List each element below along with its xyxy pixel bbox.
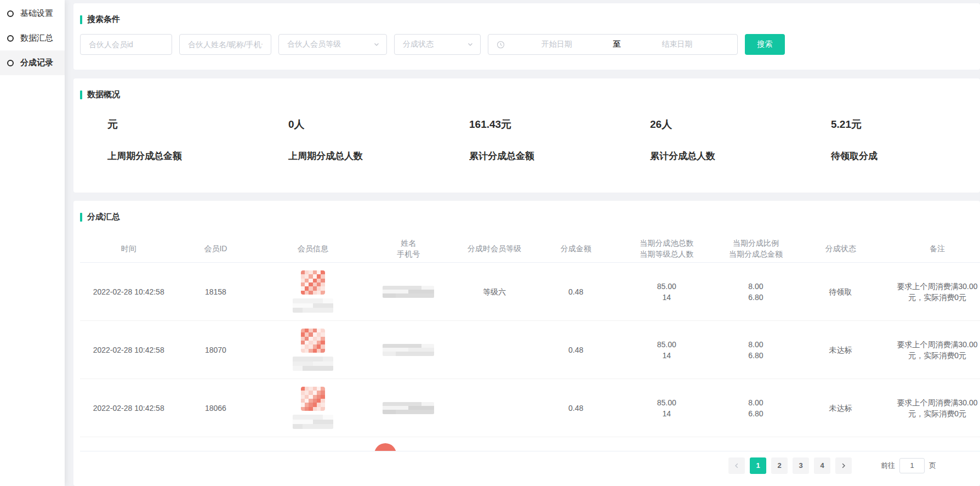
stat-pending-amount: 5.21元 待领取分成 bbox=[804, 117, 980, 162]
section-title-text: 分成汇总 bbox=[87, 212, 120, 222]
blurred-name bbox=[383, 402, 434, 414]
cell-member-id: 18066 bbox=[177, 403, 254, 414]
cell-amount: 0.48 bbox=[544, 344, 608, 355]
cell-ratio: 8.006.80 bbox=[725, 397, 787, 419]
search-filter-row: 合伙人会员等级 分成状态 开始日期 至 结束日期 搜索 bbox=[80, 34, 980, 55]
cell-member-id: 18158 bbox=[177, 286, 254, 297]
stat-value: 5.21元 bbox=[831, 117, 980, 132]
chevron-down-icon bbox=[373, 41, 380, 48]
pagination: 1 2 3 4 前往 页 bbox=[80, 451, 980, 479]
table-row-clipped bbox=[80, 437, 980, 451]
blurred-nickname bbox=[293, 298, 333, 313]
cell-time: 2022-02-28 10:42:58 bbox=[80, 403, 177, 414]
stat-label: 累计分成总人数 bbox=[650, 150, 804, 162]
date-range-separator: 至 bbox=[609, 39, 625, 49]
circle-icon bbox=[7, 60, 14, 66]
goto-page-group: 前往 页 bbox=[881, 458, 936, 473]
blurred-name bbox=[383, 286, 434, 298]
status-badge: 未达标 bbox=[787, 403, 894, 414]
commission-summary-card: 分成汇总 时间 会员ID 会员信息 姓名手机号 分成时会员等级 分成金额 当期分… bbox=[73, 201, 980, 486]
cell-level: 等级六 bbox=[445, 286, 543, 297]
table-row[interactable]: 2022-02-28 10:42:58 18070 0.48 85.0014 8… bbox=[80, 321, 980, 379]
partner-level-select[interactable]: 合伙人会员等级 bbox=[278, 34, 387, 55]
cell-pool: 85.0014 bbox=[608, 281, 725, 303]
chevron-left-icon bbox=[733, 462, 740, 469]
end-date-placeholder[interactable]: 结束日期 bbox=[625, 39, 730, 49]
sidebar-item-basic-settings[interactable]: 基础设置 bbox=[0, 1, 65, 26]
col-header-level: 分成时会员等级 bbox=[445, 243, 543, 254]
prev-page-button[interactable] bbox=[728, 457, 745, 474]
overview-section-title: 数据概况 bbox=[80, 89, 980, 100]
chevron-right-icon bbox=[840, 462, 847, 469]
main-content: 搜索条件 合伙人会员等级 分成状态 开始日期 至 结束日期 搜索 bbox=[73, 0, 980, 486]
col-header-member-id: 会员ID bbox=[177, 243, 254, 254]
stat-label: 上周期分成总金额 bbox=[107, 150, 261, 162]
section-accent-bar bbox=[80, 15, 82, 24]
avatar bbox=[301, 329, 325, 353]
cell-remark: 要求上个周消费满30.00元，实际消费0元 bbox=[894, 281, 980, 303]
stat-value: 0人 bbox=[288, 117, 442, 132]
sidebar-item-data-summary[interactable]: 数据汇总 bbox=[0, 26, 65, 50]
avatar bbox=[374, 443, 396, 451]
sidebar: 基础设置 数据汇总 分成记录 bbox=[0, 0, 65, 486]
col-header-name-phone: 姓名手机号 bbox=[372, 238, 445, 259]
cell-amount: 0.48 bbox=[544, 286, 608, 297]
circle-icon bbox=[7, 35, 14, 42]
data-overview-card: 数据概况 元 上周期分成总金额 0人 上周期分成总人数 161.43元 累计分成… bbox=[73, 78, 980, 193]
table-row[interactable]: 2022-02-28 10:42:58 18066 0.48 85.0014 8… bbox=[80, 379, 980, 437]
goto-page-input[interactable] bbox=[899, 458, 925, 473]
stat-last-period-people: 0人 上周期分成总人数 bbox=[261, 117, 442, 162]
page-button-4[interactable]: 4 bbox=[814, 457, 830, 474]
cell-pool: 85.0014 bbox=[608, 397, 725, 419]
blurred-nickname bbox=[293, 357, 333, 371]
stat-total-people: 26人 累计分成总人数 bbox=[623, 117, 804, 162]
col-header-pool: 当期分成池总数当期等级总人数 bbox=[608, 238, 725, 259]
cell-amount: 0.48 bbox=[544, 403, 608, 414]
status-badge: 未达标 bbox=[787, 344, 894, 355]
partner-name-input[interactable] bbox=[179, 34, 271, 55]
goto-label: 前往 bbox=[881, 461, 895, 471]
sidebar-item-label: 基础设置 bbox=[20, 8, 53, 19]
section-title-text: 数据概况 bbox=[87, 89, 120, 100]
table-row[interactable]: 2022-02-28 10:42:58 18158 等级六 0.48 85.00… bbox=[80, 263, 980, 321]
stat-value: 元 bbox=[107, 117, 261, 132]
select-placeholder: 分成状态 bbox=[403, 39, 434, 49]
page-button-3[interactable]: 3 bbox=[793, 457, 809, 474]
cell-member-info bbox=[254, 270, 372, 313]
section-title-text: 搜索条件 bbox=[87, 14, 120, 25]
cell-name-phone bbox=[372, 402, 445, 414]
summary-section-title: 分成汇总 bbox=[80, 212, 980, 222]
search-button[interactable]: 搜索 bbox=[745, 34, 785, 55]
col-header-member-info: 会员信息 bbox=[254, 243, 372, 254]
blurred-name bbox=[383, 344, 434, 356]
cell-time: 2022-02-28 10:42:58 bbox=[80, 344, 177, 355]
page-unit-label: 页 bbox=[929, 461, 936, 471]
cell-time: 2022-02-28 10:42:58 bbox=[80, 286, 177, 297]
cell-remark: 要求上个周消费满30.00元，实际消费0元 bbox=[894, 397, 980, 419]
stat-value: 161.43元 bbox=[469, 117, 623, 132]
next-page-button[interactable] bbox=[835, 457, 852, 474]
page-button-2[interactable]: 2 bbox=[771, 457, 788, 474]
sidebar-item-label: 分成记录 bbox=[20, 58, 53, 68]
stat-label: 上周期分成总人数 bbox=[288, 150, 442, 162]
sidebar-item-commission-records[interactable]: 分成记录 bbox=[0, 50, 65, 75]
section-accent-bar bbox=[80, 213, 82, 222]
search-conditions-card: 搜索条件 合伙人会员等级 分成状态 开始日期 至 结束日期 搜索 bbox=[73, 3, 980, 70]
cell-member-id: 18070 bbox=[177, 344, 254, 355]
commission-status-select[interactable]: 分成状态 bbox=[394, 34, 481, 55]
cell-name-phone bbox=[372, 286, 445, 298]
circle-icon bbox=[7, 10, 14, 17]
date-range-picker[interactable]: 开始日期 至 结束日期 bbox=[488, 34, 738, 55]
col-header-remark: 备注 bbox=[894, 243, 980, 254]
stat-value: 26人 bbox=[650, 117, 804, 132]
overview-stats: 元 上周期分成总金额 0人 上周期分成总人数 161.43元 累计分成总金额 2… bbox=[80, 117, 980, 162]
stat-last-period-amount: 元 上周期分成总金额 bbox=[80, 117, 261, 162]
start-date-placeholder[interactable]: 开始日期 bbox=[505, 39, 609, 49]
avatar bbox=[301, 270, 325, 295]
partner-member-id-input[interactable] bbox=[80, 34, 172, 55]
clock-icon bbox=[497, 41, 505, 49]
col-header-ratio: 当期分成比例当期分成总金额 bbox=[725, 238, 787, 259]
page-button-1[interactable]: 1 bbox=[750, 457, 766, 474]
cell-member-info bbox=[254, 329, 372, 371]
cell-ratio: 8.006.80 bbox=[725, 339, 787, 361]
